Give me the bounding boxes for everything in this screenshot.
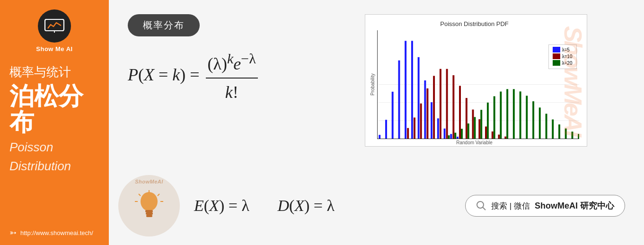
- top-section: 概率分布 P(X = k) = (λ)ke−λ k! Poisson Distr…: [109, 0, 644, 170]
- svg-line-77: [483, 208, 486, 210]
- legend-item-3: λ=20: [553, 60, 573, 66]
- formula-area: 概率分布 P(X = k) = (λ)ke−λ k!: [128, 14, 308, 166]
- sidebar: Show Me AI 概率与统计 泊松分布 Poisson Distributi…: [0, 0, 109, 245]
- svg-rect-27: [433, 76, 435, 139]
- svg-rect-19: [437, 118, 439, 139]
- svg-rect-11: [385, 120, 387, 139]
- svg-rect-18: [431, 102, 432, 139]
- legend-label-1: λ=5: [562, 47, 570, 52]
- chart-legend: λ=5 λ=10 λ=20: [548, 44, 577, 69]
- svg-rect-10: [379, 135, 380, 139]
- chart-plot: 0 0.05 0.1 0.15: [377, 30, 579, 139]
- badge-label: 概率分布: [128, 14, 200, 36]
- logo-area: Show Me AI: [9, 9, 99, 52]
- chart-inner: Probability 0 0.05 0.1 0.15: [370, 30, 579, 139]
- search-badge: 搜索 | 微信 ShowMeAI 研究中心: [465, 195, 625, 217]
- logo-label: Show Me AI: [36, 45, 72, 52]
- sidebar-title: 泊松分布: [9, 83, 99, 135]
- svg-rect-14: [405, 41, 406, 139]
- svg-rect-52: [532, 101, 534, 139]
- svg-point-67: [141, 192, 158, 211]
- svg-rect-51: [526, 96, 528, 139]
- logo-circle: [38, 9, 71, 43]
- legend-item-1: λ=5: [553, 47, 573, 52]
- website-link[interactable]: http://www.showmeai.tech/: [20, 229, 93, 236]
- y-axis-label: Probability: [370, 30, 375, 139]
- svg-rect-22: [457, 137, 459, 139]
- legend-label-2: λ=10: [562, 54, 573, 59]
- svg-rect-29: [446, 69, 448, 139]
- svg-rect-39: [448, 135, 450, 139]
- svg-rect-36: [491, 131, 493, 139]
- svg-line-73: [158, 194, 159, 196]
- pmf-formula: P(X = k) = (λ)ke−λ k!: [128, 43, 308, 110]
- svg-rect-37: [498, 135, 500, 139]
- svg-rect-45: [486, 103, 488, 139]
- svg-rect-44: [480, 110, 482, 139]
- svg-rect-24: [414, 118, 415, 139]
- svg-rect-25: [420, 104, 422, 139]
- svg-rect-42: [467, 123, 469, 139]
- svg-rect-16: [417, 57, 419, 139]
- svg-rect-50: [519, 91, 521, 139]
- svg-rect-26: [426, 88, 428, 139]
- svg-rect-13: [398, 61, 400, 139]
- svg-rect-69: [146, 212, 153, 215]
- svg-rect-33: [472, 110, 474, 139]
- svg-rect-68: [145, 210, 153, 212]
- bulb-icon: [134, 188, 165, 224]
- legend-color-1: [553, 47, 560, 52]
- svg-rect-54: [545, 114, 547, 139]
- svg-rect-48: [506, 89, 508, 139]
- svg-rect-35: [485, 126, 487, 139]
- chart-title: Poisson Distribution PDF: [370, 20, 579, 27]
- sidebar-subtitle: 概率与统计: [9, 65, 99, 79]
- x-axis-label: Random Variable: [370, 140, 579, 145]
- svg-rect-55: [552, 120, 554, 139]
- sidebar-footer: ➳ http://www.showmeai.tech/: [9, 228, 99, 238]
- chart-container: Poisson Distribution PDF Probability 0 0…: [365, 14, 587, 147]
- svg-rect-28: [439, 69, 441, 139]
- legend-item-2: λ=10: [553, 53, 573, 59]
- search-text: 搜索 | 微信: [491, 201, 530, 211]
- sidebar-en-line1: Poisson: [9, 140, 99, 156]
- svg-rect-21: [450, 134, 452, 139]
- bulb-watermark: ShowMeAI: [135, 179, 163, 184]
- chart-area: Poisson Distribution PDF Probability 0 0…: [317, 14, 635, 166]
- brand-text: ShowMeAI 研究中心: [535, 200, 614, 211]
- legend-color-2: [553, 53, 560, 59]
- svg-rect-34: [478, 119, 480, 139]
- svg-rect-38: [504, 137, 506, 139]
- svg-rect-47: [500, 92, 502, 139]
- svg-rect-58: [571, 131, 573, 139]
- svg-rect-56: [558, 124, 560, 139]
- svg-rect-59: [578, 134, 579, 139]
- bulb-circle: ShowMeAI: [118, 175, 180, 236]
- bottom-formula: E(X) = λ D(X) = λ: [189, 197, 465, 215]
- svg-point-76: [477, 201, 484, 208]
- svg-line-72: [139, 194, 141, 196]
- bottom-section: ShowMeAI E(X) = λ D(X) = λ: [109, 170, 644, 245]
- svg-rect-12: [391, 92, 393, 139]
- svg-rect-40: [454, 133, 456, 139]
- main-content: 概率分布 P(X = k) = (λ)ke−λ k! Poisson Distr…: [109, 0, 644, 245]
- svg-rect-31: [459, 86, 461, 139]
- svg-rect-43: [474, 117, 476, 139]
- svg-rect-15: [411, 41, 413, 139]
- svg-rect-23: [407, 128, 409, 139]
- svg-rect-30: [452, 75, 454, 139]
- svg-rect-17: [424, 80, 426, 139]
- svg-rect-20: [443, 129, 445, 139]
- svg-rect-46: [493, 96, 495, 139]
- search-icon: [476, 201, 486, 211]
- svg-rect-32: [465, 98, 467, 139]
- svg-rect-41: [461, 129, 463, 139]
- svg-rect-57: [565, 129, 566, 139]
- svg-rect-70: [146, 215, 152, 217]
- legend-label-3: λ=20: [562, 61, 573, 66]
- svg-rect-53: [538, 107, 540, 139]
- logo-icon: [44, 19, 65, 33]
- svg-rect-49: [512, 89, 514, 139]
- legend-color-3: [553, 60, 560, 66]
- sidebar-en-line2: Distribution: [9, 158, 99, 175]
